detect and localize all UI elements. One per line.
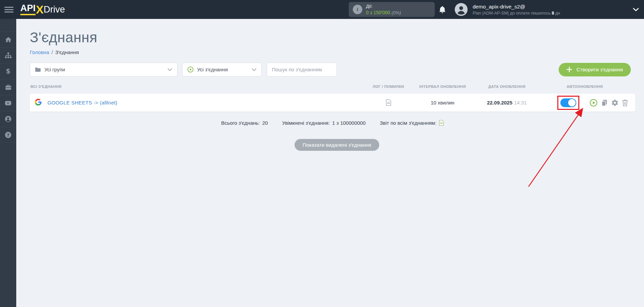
report-all-connections: Звіт по всім з'єднанням: <box>380 120 444 126</box>
account-icon <box>4 115 12 123</box>
logo-text-drive: Drive <box>44 5 65 14</box>
connections-filter-dropdown[interactable]: Усі з'єднання <box>182 63 262 76</box>
user-avatar[interactable] <box>455 3 468 16</box>
connection-name-link[interactable]: GOOGLE SHEETS -> (afilnet) <box>47 100 117 105</box>
user-plan-info: Plan |ADM-AP-SM| до оплати лишилось 8 дн <box>473 11 560 16</box>
logo-text-x: X <box>36 4 44 15</box>
user-menu[interactable]: demo_apix-drive_s2@ Plan |ADM-AP-SM| до … <box>473 4 560 16</box>
days-left-value: 8 <box>552 11 554 16</box>
user-menu-chevron-down-icon[interactable] <box>633 7 639 11</box>
autoupdate-cell <box>539 96 630 110</box>
apixdrive-logo[interactable]: APIXDrive <box>20 4 65 15</box>
groups-filter-dropdown[interactable]: Усі групи <box>30 63 177 76</box>
autoupdate-toggle[interactable] <box>560 98 576 107</box>
copy-icon <box>601 99 608 107</box>
logo-text-api: API <box>20 4 36 15</box>
info-icon <box>353 5 362 14</box>
main-content: З'єднання Головна/З'єднання Усі групи Ус… <box>16 19 644 307</box>
actions-counter-widget[interactable]: Дії: 0 з 150'000 (0%) <box>349 2 435 17</box>
run-connection-button[interactable] <box>589 99 598 107</box>
sidebar-item-account[interactable] <box>0 111 16 127</box>
report-document-icon[interactable] <box>439 120 444 126</box>
sidebar-item-video[interactable] <box>0 95 16 111</box>
svg-text:$: $ <box>6 68 10 75</box>
plus-icon <box>566 67 572 72</box>
annotation-rectangle <box>557 96 579 110</box>
header-all-connections: ВСІ З'ЄДНАННЯ <box>30 85 366 89</box>
delete-connection-button[interactable] <box>622 99 628 107</box>
breadcrumb-current: З'єднання <box>55 49 79 55</box>
connections-filter-value: Усі з'єднання <box>197 67 228 72</box>
header-update-interval: ІНТЕРВАЛ ОНОВЛЕННЯ <box>410 85 475 89</box>
update-time-value: 14:31 <box>514 100 527 105</box>
folder-icon <box>35 67 41 72</box>
sidebar-item-help[interactable]: ? <box>0 127 16 143</box>
header-update-date: ДАТА ОНОВЛЕННЯ <box>475 85 539 89</box>
sidebar-item-payments[interactable]: $ <box>0 63 16 79</box>
video-icon <box>4 99 12 107</box>
filters-row: Усі групи Усі з'єднання Створити з'єднан… <box>30 63 631 76</box>
create-connection-label: Створити з'єднання <box>577 67 623 72</box>
update-date-value: 22.09.2025 <box>487 100 512 105</box>
actions-counter-text: Дії: 0 з 150'000 (0%) <box>366 4 401 16</box>
summary-bar: Всього з'єднань: 20 Увімкнені з'єднання:… <box>30 120 635 126</box>
page-title: З'єднання <box>30 30 644 45</box>
actions-label: Дії: <box>366 4 401 9</box>
total-connections-value: 20 <box>262 120 268 126</box>
hamburger-menu-icon[interactable] <box>4 5 14 14</box>
play-circle-icon <box>187 66 194 73</box>
actions-percent: (0%) <box>392 10 401 15</box>
show-deleted-connections-button[interactable]: Показати видалені з'єднання <box>295 139 379 151</box>
groups-filter-value: Усі групи <box>44 67 65 72</box>
update-date-cell: 22.09.202514:31 <box>475 100 539 105</box>
update-interval-value: 10 хвилин <box>410 100 475 105</box>
structure-icon <box>5 52 12 59</box>
header-log-errors: ЛОГ / ПОМИЛКИ <box>366 85 410 89</box>
gear-icon <box>611 99 619 107</box>
topbar: APIXDrive Дії: 0 з 150'000 (0%) demo_api… <box>0 0 644 19</box>
play-circle-icon <box>589 99 598 107</box>
sidebar-item-home[interactable] <box>0 31 16 47</box>
sidebar: $ ? <box>0 19 16 307</box>
toggle-knob <box>568 99 576 107</box>
row-actions <box>589 99 628 107</box>
sidebar-item-structure[interactable] <box>0 47 16 63</box>
payments-icon: $ <box>4 68 12 75</box>
services-icon <box>5 84 12 91</box>
sidebar-item-services[interactable] <box>0 79 16 95</box>
chevron-down-icon <box>252 68 257 71</box>
settings-button[interactable] <box>611 99 619 107</box>
actions-usage: 0 з 150'000 <box>366 10 390 15</box>
help-icon: ? <box>4 131 12 139</box>
user-name: demo_apix-drive_s2@ <box>473 4 560 10</box>
chevron-down-icon <box>167 68 172 71</box>
topbar-right: demo_apix-drive_s2@ Plan |ADM-AP-SM| до … <box>438 0 644 19</box>
svg-text:?: ? <box>7 132 9 137</box>
connection-row: GOOGLE SHEETS -> (afilnet) 10 хвилин 22.… <box>30 94 635 112</box>
search-input[interactable] <box>267 63 337 76</box>
enabled-connections: Увімкнені з'єднання: 1 з 100000000 <box>282 120 366 126</box>
breadcrumb: Головна/З'єднання <box>30 49 644 55</box>
home-icon <box>5 36 12 43</box>
breadcrumb-separator: / <box>51 49 53 55</box>
google-icon <box>35 99 42 107</box>
total-connections: Всього з'єднань: 20 <box>221 120 268 126</box>
create-connection-button[interactable]: Створити з'єднання <box>559 63 631 76</box>
notifications-bell-icon[interactable] <box>438 5 447 14</box>
breadcrumb-home-link[interactable]: Головна <box>30 49 49 55</box>
enabled-connections-value: 1 з 100000000 <box>332 120 366 126</box>
header-autoupdate: АВТООНОВЛЕННЯ <box>539 85 630 89</box>
trash-icon <box>622 99 628 107</box>
log-document-icon[interactable] <box>386 99 391 106</box>
table-header: ВСІ З'ЄДНАННЯ ЛОГ / ПОМИЛКИ ІНТЕРВАЛ ОНО… <box>30 85 635 89</box>
copy-connection-button[interactable] <box>601 99 608 107</box>
